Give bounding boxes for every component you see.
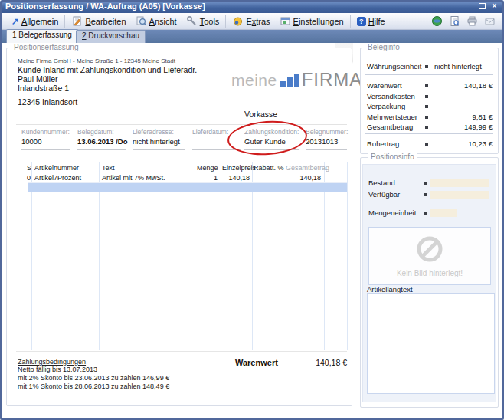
address-line: Kunde Inland mit Zahlungskondition und L… [18, 65, 197, 74]
app-window: Positionserfassung / WA-Auftrag (A05) [V… [0, 0, 504, 420]
beleginfo-value: 9,81 € [473, 113, 493, 121]
total-label: Warenwert [235, 358, 278, 367]
tab-strip: 1 Belegerfassung 2 Druckvorschau [2, 30, 502, 43]
bestand-label: Bestand [368, 179, 395, 187]
cell-menge: 1 [195, 174, 218, 182]
maximize-icon [479, 3, 486, 9]
bullet-icon [425, 126, 428, 129]
field-underline [21, 149, 70, 150]
beleginfo-group: Beleginfo Währungseinheit nicht hinterle… [360, 48, 499, 154]
mail-icon[interactable] [484, 15, 496, 27]
field-label-belegdatum: Belegdatum: [77, 128, 114, 136]
field-belegdatum[interactable]: 13.06.2013 /Do [77, 137, 128, 146]
verfuegbar-label: Verfügbar [368, 190, 400, 199]
beleginfo-label: Währungseinheit [367, 62, 421, 71]
logo-word-light: meine [231, 73, 277, 88]
window-title: Positionserfassung / WA-Auftrag (A05) [V… [5, 2, 205, 11]
beleginfo-label: Verpackung [367, 102, 405, 110]
menu-divider [225, 15, 226, 28]
beleginfo-value: 140,18 € [464, 81, 493, 90]
field-kundennummer[interactable]: 10000 [21, 137, 41, 146]
field-label-belegnummer: Belegnummer: [306, 128, 348, 136]
grid-bottom-line [16, 351, 347, 352]
beleginfo-label: Rohertrag [367, 139, 399, 148]
doc-type: Vorkasse [244, 110, 277, 119]
field-label-lieferdatum: Lieferdatum: [192, 128, 228, 136]
tab-druckvorschau[interactable]: 2 Druckvorschau [76, 30, 146, 43]
verfuegbar-value-field [430, 191, 489, 199]
col-header-s[interactable]: S [27, 164, 31, 172]
maximize-button[interactable] [477, 2, 487, 11]
col-header-menge[interactable]: Menge [197, 164, 218, 172]
sender-line: Meine Firma GmbH - Meine Straße 1 - 1234… [18, 57, 175, 64]
col-header-gesamtbetrag[interactable]: Gesamtbetrag [286, 164, 329, 172]
no-image-text: Kein Bild hinterlegt! [369, 269, 490, 277]
field-label-lieferadresse: Lieferadresse: [133, 128, 174, 136]
field-underline [192, 149, 241, 150]
city-line: 12345 Inlandsort [18, 97, 77, 107]
menu-bearbeiten[interactable]: Bearbeiten [67, 14, 130, 28]
field-label-kundennummer: Kundennummer: [21, 128, 70, 136]
bar-chart-icon [280, 74, 299, 87]
col-header-einzelpreis[interactable]: Einzelpreis [222, 164, 256, 172]
beleginfo-value: 10,23 € [468, 139, 493, 148]
bullet-icon [424, 193, 427, 196]
help-icon: ? [357, 17, 366, 26]
menu-allgemein[interactable]: ↗ Allgemein [7, 15, 63, 28]
divider [365, 133, 493, 134]
cell-artikelnummer: Artikel7Prozent [34, 174, 81, 182]
beleginfo-label: Mehrwertsteuer [367, 113, 417, 121]
positionsinfo-group-label: Positionsinfo [368, 153, 417, 161]
close-button[interactable]: × [489, 2, 499, 11]
menu-hilfe[interactable]: ? Hilfe [352, 15, 390, 28]
company-logo: meine FIRMA [231, 71, 362, 88]
payment-title: Zahlungsbedingungen [18, 358, 86, 366]
wrench-icon [186, 15, 198, 27]
menu-ansicht[interactable]: Ansicht [131, 14, 182, 28]
menu-divider [350, 15, 351, 28]
mengeneinheit-value-field [430, 209, 457, 217]
positionsinfo-group: Positionsinfo Bestand Verfügbar Mengenei… [360, 157, 499, 408]
menu-tools[interactable]: Tools [182, 14, 224, 28]
field-underline [133, 149, 185, 150]
arrow-ne-icon: ↗ [11, 18, 19, 25]
table-top-line [28, 162, 347, 162]
beleginfo-label: Versandkosten [367, 92, 415, 100]
artikellangtext-box[interactable] [367, 293, 495, 394]
bullet-icon [425, 65, 428, 68]
title-bar: Positionserfassung / WA-Auftrag (A05) [V… [0, 0, 504, 13]
address-line: Paul Müller [18, 74, 58, 84]
menu-extras[interactable]: Extras [227, 14, 274, 28]
printer-icon[interactable] [466, 15, 478, 27]
beleginfo-label: Gesamtbetrag [367, 123, 413, 131]
cell-einzelpreis: 140,18 [221, 174, 250, 182]
orb-icon [232, 15, 244, 27]
field-belegnummer[interactable]: 20131013 [306, 137, 338, 146]
col-header-text[interactable]: Text [102, 164, 115, 172]
grid-line [347, 162, 348, 350]
positionserfassung-group: Positionserfassung Meine Firma GmbH - Me… [6, 48, 352, 406]
tab-belegerfassung[interactable]: 1 Belegerfassung [6, 29, 78, 43]
bullet-icon [425, 105, 428, 108]
beleginfo-value: nicht hinterlegt [434, 62, 482, 71]
cell-text: Artikel mit 7% MwSt. [102, 174, 165, 182]
payment-line: Netto fällig bis 13.07.2013 [18, 366, 97, 373]
cell-s: 0 [27, 174, 31, 182]
positionserfassung-group-label: Positionserfassung [11, 43, 81, 51]
panel-separator [355, 49, 355, 395]
mengeneinheit-label: Mengeneinheit [368, 208, 416, 217]
field-lieferadresse[interactable]: nicht hinterlegt [133, 137, 180, 146]
magnifier-icon [136, 15, 147, 27]
menu-einstellungen[interactable]: Einstellungen [275, 14, 349, 28]
settings-window-icon [280, 15, 291, 27]
globe-icon[interactable] [431, 15, 443, 27]
col-header-artikelnummer[interactable]: Artikelnummer [34, 164, 79, 172]
menu-divider [64, 15, 65, 28]
col-header-rabatt[interactable]: Rabatt. % [254, 164, 284, 172]
beleginfo-group-label: Beleginfo [365, 43, 402, 51]
document-preview-icon[interactable] [449, 15, 460, 27]
selected-row[interactable] [28, 183, 347, 192]
bullet-icon [425, 84, 428, 87]
address-line: Inlandstraße 1 [18, 84, 69, 93]
header-bottom-line [28, 172, 347, 172]
